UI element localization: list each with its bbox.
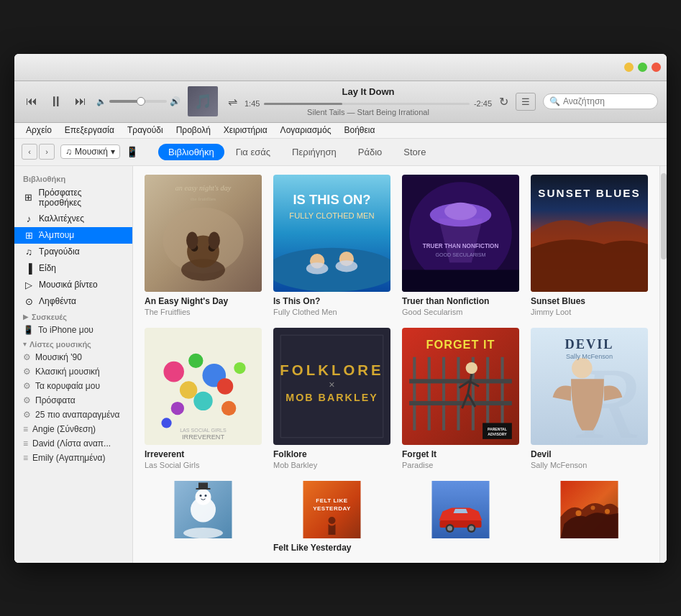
- repeat-button[interactable]: ↻: [499, 95, 508, 109]
- search-input[interactable]: [563, 96, 649, 106]
- menu-song[interactable]: Τραγούδι: [122, 124, 169, 137]
- album-card-lava[interactable]: [531, 481, 648, 554]
- sidebar-library-title: Βιβλιοθήκη: [14, 172, 132, 185]
- playlist-top25-label: 25 πιο αναπαραγμένα: [35, 410, 120, 420]
- album-title-forget: Forget It: [402, 449, 519, 459]
- progress-track[interactable]: [264, 103, 470, 105]
- play-pause-button[interactable]: ⏸: [46, 92, 66, 111]
- svg-point-89: [447, 525, 452, 530]
- playlist-top-label: Τα κορυφαία μου: [35, 381, 100, 391]
- svg-point-7: [209, 231, 220, 249]
- album-grid-container: an easy night's day the fruitflies An Ea…: [133, 166, 659, 563]
- tab-browse[interactable]: Περιήγηση: [282, 144, 347, 160]
- svg-rect-58: [409, 400, 512, 405]
- album-card-felt[interactable]: FELT LIKE YESTERDAY Felt Like Yesterday: [273, 481, 390, 554]
- list-view-button[interactable]: ☰: [516, 93, 536, 111]
- menu-file[interactable]: Αρχείο: [20, 124, 58, 137]
- library-selector[interactable]: ♫ Μουσική ▾: [60, 144, 120, 159]
- scrollbar-thumb[interactable]: [661, 173, 667, 259]
- sidebar-item-iphone[interactable]: 📱 Το iPhone μου: [14, 323, 132, 337]
- sidebar-item-podcasts[interactable]: ⊙ Ληφθέντα: [14, 293, 132, 310]
- album-title-sunset: Sunset Blues: [531, 296, 648, 306]
- menu-account[interactable]: Λογαριασμός: [275, 124, 337, 137]
- album-cover-easy-night: an easy night's day the fruitflies: [145, 175, 262, 292]
- close-button[interactable]: [652, 63, 661, 72]
- album-card-snowman[interactable]: [145, 481, 262, 554]
- svg-rect-56: [501, 357, 504, 430]
- scrollbar[interactable]: [659, 166, 667, 563]
- sidebar-playlist-top[interactable]: ⚙ Τα κορυφαία μου: [14, 379, 132, 393]
- svg-text:GOOD SECULARISM: GOOD SECULARISM: [435, 252, 485, 258]
- menu-help[interactable]: Βοήθεια: [338, 124, 380, 137]
- next-button[interactable]: ⏭: [72, 93, 89, 109]
- album-cover-devil: R DEVIL Sally McFenson: [531, 328, 648, 445]
- player-controls: ⏮ ⏸ ⏭: [23, 92, 89, 111]
- volume-track[interactable]: [109, 100, 167, 103]
- now-playing-art: 🎵: [188, 86, 218, 116]
- tab-library[interactable]: Βιβλιοθήκη: [158, 144, 224, 160]
- tab-store[interactable]: Store: [393, 144, 436, 160]
- nav-arrows: ‹ ›: [22, 144, 55, 160]
- album-cover-lava: [531, 481, 648, 538]
- time-elapsed: 1:45: [244, 99, 260, 108]
- volume-thumb: [137, 97, 145, 106]
- sidebar-item-recent[interactable]: ⊞ Πρόσφατες προσθήκες: [14, 185, 132, 211]
- svg-point-32: [180, 381, 197, 398]
- sidebar-playlist-music90[interactable]: ⚙ Μουσική '90: [14, 350, 132, 364]
- playlist-list-icon-1: ≡: [23, 438, 28, 449]
- menu-view[interactable]: Προβολή: [170, 124, 216, 137]
- album-artist-irreverent: Las Social Girls: [145, 461, 262, 469]
- sidebar-playlist-recent[interactable]: ⚙ Πρόσφατα: [14, 393, 132, 408]
- album-card-devil[interactable]: R DEVIL Sally McFenson Devil Sally McF: [531, 328, 648, 469]
- album-title-easy-night: An Easy Night's Day: [145, 296, 262, 306]
- sidebar-playlist-david[interactable]: ≡ David (Λίστα αναπ...: [14, 436, 132, 451]
- menu-controls[interactable]: Χειριστήρια: [218, 124, 273, 137]
- svg-point-81: [183, 528, 223, 538]
- album-card-isthison[interactable]: IS THIS ON? FULLY CLOTHED MEN Is This On…: [273, 175, 390, 316]
- sidebar-playlist-angie[interactable]: ≡ Angie (Σύνθεση): [14, 422, 132, 436]
- sidebar-item-artists[interactable]: ♪ Καλλιτέχνες: [14, 211, 132, 227]
- album-card-easy-night[interactable]: an easy night's day the fruitflies An Ea…: [145, 175, 262, 316]
- svg-point-59: [466, 362, 477, 373]
- maximize-button[interactable]: [638, 63, 647, 72]
- album-cover-sunset: SUNSET BLUES: [531, 175, 648, 292]
- album-artist-truer: Good Secularism: [402, 308, 519, 316]
- album-card-folklore[interactable]: FOLKLORE × MOB BARKLEY Folklore Mob Bark…: [273, 328, 390, 469]
- playlist-list-icon-0: ≡: [23, 424, 28, 434]
- album-card-sunset[interactable]: SUNSET BLUES Sunset Blues Jimmy Loot: [531, 175, 648, 316]
- nav-back[interactable]: ‹: [22, 144, 37, 160]
- sidebar-item-albums[interactable]: ⊞ Άλμπουμ: [14, 227, 132, 244]
- svg-point-30: [188, 353, 203, 367]
- minimize-button[interactable]: [624, 63, 634, 72]
- menu-bar: Αρχείο Επεξεργασία Τραγούδι Προβολή Χειρ…: [14, 123, 667, 139]
- music-note-icon: ♫: [65, 147, 72, 157]
- svg-rect-53: [457, 357, 460, 430]
- svg-text:the fruitflies: the fruitflies: [191, 196, 216, 201]
- album-card-forget[interactable]: FORGET IT PARENTAL ADVISORY Forget It Pa…: [402, 328, 519, 469]
- album-card-car[interactable]: [402, 481, 519, 554]
- album-grid: an easy night's day the fruitflies An Ea…: [145, 175, 648, 554]
- sidebar-playlist-top25[interactable]: ⚙ 25 πιο αναπαραγμένα: [14, 408, 132, 422]
- svg-point-15: [336, 260, 358, 272]
- album-title-truer: Truer than Nonfiction: [402, 296, 519, 306]
- menu-edit[interactable]: Επεξεργασία: [59, 124, 120, 137]
- tab-radio[interactable]: Ράδιο: [348, 144, 393, 160]
- svg-point-11: [273, 247, 390, 291]
- sidebar-playlist-classical[interactable]: ⚙ Κλασική μουσική: [14, 364, 132, 379]
- tab-for-you[interactable]: Για εσάς: [226, 144, 280, 160]
- album-artist-folklore: Mob Barkley: [273, 461, 390, 469]
- shuffle-button[interactable]: ⇌: [228, 95, 237, 109]
- svg-point-34: [171, 401, 184, 414]
- nav-forward[interactable]: ›: [39, 144, 55, 160]
- sidebar-item-genres[interactable]: ▐ Είδη: [14, 260, 132, 277]
- nav-bar: ‹ › ♫ Μουσική ▾ 📱 Βιβλιοθήκη Για εσάς Πε…: [14, 139, 667, 166]
- device-icon: 📱: [126, 146, 138, 157]
- prev-button[interactable]: ⏮: [23, 93, 40, 109]
- sidebar-item-videos[interactable]: ▷ Μουσικά βίντεο: [14, 277, 132, 293]
- album-card-truer[interactable]: TRUER THAN NONFICTION GOOD SECULARISM Tr…: [402, 175, 519, 316]
- svg-text:FELT LIKE: FELT LIKE: [316, 497, 348, 504]
- album-card-irreverent[interactable]: IRREVERENT LAS SOCIAL GIRLS Irreverent L…: [145, 328, 262, 469]
- svg-point-85: [329, 517, 336, 524]
- sidebar-item-songs[interactable]: ♫ Τραγούδια: [14, 244, 132, 260]
- sidebar-playlist-emily[interactable]: ≡ Emily (Αγαπημένα): [14, 451, 132, 465]
